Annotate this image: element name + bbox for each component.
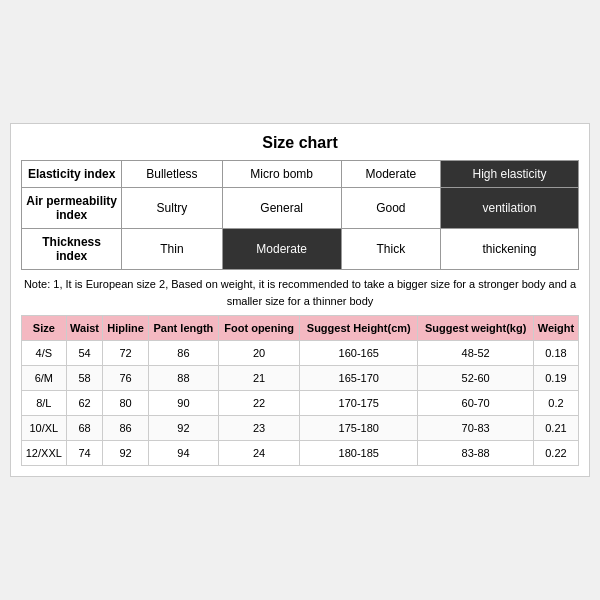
prop-cell: General [222,188,341,229]
size-cell: 165-170 [300,366,418,391]
size-cell: 92 [148,416,218,441]
size-cell: 54 [66,341,103,366]
prop-cell: Thin [122,229,222,270]
table-row: 12/XXL74929424180-18583-880.22 [22,441,579,466]
size-cell: 170-175 [300,391,418,416]
size-cell: 92 [103,441,148,466]
size-cell: 175-180 [300,416,418,441]
size-cell: 86 [148,341,218,366]
prop-cell: ventilation [440,188,578,229]
size-cell: 0.19 [533,366,578,391]
prop-cell: Thick [341,229,440,270]
size-table-header: Waist [66,316,103,341]
size-cell: 74 [66,441,103,466]
size-cell: 68 [66,416,103,441]
size-table-header: Suggest Height(cm) [300,316,418,341]
prop-label: Air permeability index [22,188,122,229]
size-cell: 52-60 [418,366,534,391]
size-cell: 48-52 [418,341,534,366]
prop-cell: Moderate [222,229,341,270]
size-cell: 10/XL [22,416,67,441]
size-cell: 90 [148,391,218,416]
prop-cell: Good [341,188,440,229]
prop-cell: thickening [440,229,578,270]
size-table-header: Pant length [148,316,218,341]
size-cell: 88 [148,366,218,391]
size-cell: 60-70 [418,391,534,416]
size-cell: 23 [219,416,300,441]
size-cell: 80 [103,391,148,416]
size-cell: 86 [103,416,148,441]
size-table-header: Suggest weight(kg) [418,316,534,341]
prop-cell: Bulletless [122,161,222,188]
size-cell: 72 [103,341,148,366]
prop-label: Elasticity index [22,161,122,188]
size-cell: 20 [219,341,300,366]
prop-label: Thickness index [22,229,122,270]
size-cell: 180-185 [300,441,418,466]
size-table: SizeWaistHiplinePant lengthFoot openingS… [21,315,579,466]
size-cell: 4/S [22,341,67,366]
size-cell: 94 [148,441,218,466]
size-cell: 70-83 [418,416,534,441]
size-cell: 62 [66,391,103,416]
note-text: Note: 1, It is European size 2, Based on… [21,276,579,309]
chart-title: Size chart [21,134,579,152]
prop-cell: Moderate [341,161,440,188]
table-row: 4/S54728620160-16548-520.18 [22,341,579,366]
size-cell: 160-165 [300,341,418,366]
size-table-header: Size [22,316,67,341]
prop-cell: Micro bomb [222,161,341,188]
size-table-header: Hipline [103,316,148,341]
size-cell: 58 [66,366,103,391]
size-cell: 0.22 [533,441,578,466]
size-cell: 6/M [22,366,67,391]
size-table-header: Weight [533,316,578,341]
size-cell: 8/L [22,391,67,416]
prop-cell: Sultry [122,188,222,229]
size-cell: 12/XXL [22,441,67,466]
table-row: 8/L62809022170-17560-700.2 [22,391,579,416]
table-row: 10/XL68869223175-18070-830.21 [22,416,579,441]
size-chart-container: Size chart Elasticity indexBulletlessMic… [10,123,590,477]
size-cell: 0.21 [533,416,578,441]
properties-table: Elasticity indexBulletlessMicro bombMode… [21,160,579,270]
size-cell: 0.2 [533,391,578,416]
prop-cell: High elasticity [440,161,578,188]
size-cell: 83-88 [418,441,534,466]
size-cell: 0.18 [533,341,578,366]
size-cell: 24 [219,441,300,466]
table-row: 6/M58768821165-17052-600.19 [22,366,579,391]
size-table-header: Foot opening [219,316,300,341]
size-cell: 21 [219,366,300,391]
size-cell: 22 [219,391,300,416]
size-cell: 76 [103,366,148,391]
